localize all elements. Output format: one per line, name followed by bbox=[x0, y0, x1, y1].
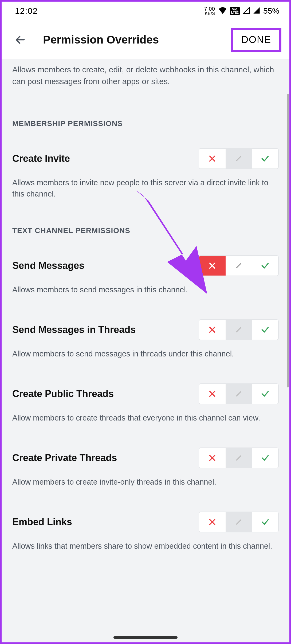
gesture-bar[interactable] bbox=[113, 636, 178, 639]
check-icon bbox=[261, 261, 270, 270]
x-icon bbox=[208, 154, 217, 163]
perm-create-invite: Create Invite Allows members to invite bbox=[2, 138, 289, 213]
toggle-embed-links[interactable] bbox=[199, 512, 279, 532]
x-icon bbox=[208, 390, 217, 398]
toggle-send-messages[interactable] bbox=[199, 255, 279, 276]
slash-icon bbox=[234, 154, 243, 163]
perm-send-messages-threads: Send Messages in Threads Allow members bbox=[2, 309, 289, 373]
toggle-neutral[interactable] bbox=[226, 512, 252, 532]
webhook-desc: Allows members to create, edit, or delet… bbox=[2, 59, 289, 106]
perm-desc: Allows members to send messages in this … bbox=[12, 284, 279, 295]
done-button[interactable]: DONE bbox=[231, 28, 281, 52]
toggle-deny[interactable] bbox=[199, 320, 226, 340]
signal-icon-1 bbox=[243, 6, 250, 16]
toggle-neutral[interactable] bbox=[226, 448, 252, 468]
x-icon bbox=[208, 261, 217, 270]
toggle-create-private-threads[interactable] bbox=[199, 447, 279, 468]
perm-desc: Allow members to send messages in thread… bbox=[12, 348, 279, 359]
toggle-allow[interactable] bbox=[252, 320, 278, 340]
toggle-allow[interactable] bbox=[252, 256, 278, 276]
perm-embed-links: Embed Links Allows links that members bbox=[2, 501, 289, 565]
check-icon bbox=[261, 325, 270, 334]
page-title: Permission Overrides bbox=[43, 33, 231, 46]
slash-icon bbox=[234, 390, 243, 398]
perm-create-private-threads: Create Private Threads Allow members t bbox=[2, 437, 289, 501]
arrow-left-icon bbox=[14, 34, 26, 46]
perm-title: Send Messages in Threads bbox=[12, 324, 193, 335]
status-bar: 12:02 7.00 KB/S Vo1 LTE2 55% bbox=[2, 2, 289, 20]
wifi-icon bbox=[218, 6, 227, 16]
slash-icon bbox=[234, 261, 243, 270]
back-button[interactable] bbox=[12, 32, 28, 48]
perm-desc: Allow members to create invite-only thre… bbox=[12, 476, 279, 488]
toggle-neutral[interactable] bbox=[226, 149, 252, 168]
perm-title: Create Public Threads bbox=[12, 388, 193, 399]
screen-frame: 12:02 7.00 KB/S Vo1 LTE2 55% bbox=[0, 0, 291, 644]
section-membership: MEMBERSHIP PERMISSIONS bbox=[2, 106, 289, 138]
check-icon bbox=[261, 154, 270, 163]
toggle-create-invite[interactable] bbox=[199, 148, 279, 169]
status-right: 7.00 KB/S Vo1 LTE2 55% bbox=[204, 6, 279, 16]
toggle-deny[interactable] bbox=[199, 512, 226, 532]
toggle-allow[interactable] bbox=[252, 384, 278, 404]
toggle-send-messages-threads[interactable] bbox=[199, 319, 279, 340]
battery-percent: 55% bbox=[263, 6, 279, 15]
check-icon bbox=[261, 517, 270, 527]
toggle-deny[interactable] bbox=[199, 149, 226, 168]
toggle-neutral[interactable] bbox=[226, 256, 252, 276]
perm-desc: Allows links that members share to show … bbox=[12, 540, 279, 552]
toggle-allow[interactable] bbox=[252, 512, 278, 532]
toggle-neutral[interactable] bbox=[226, 384, 252, 404]
slash-icon bbox=[234, 325, 243, 334]
check-icon bbox=[261, 453, 270, 462]
perm-title: Create Private Threads bbox=[12, 452, 193, 464]
perm-send-messages: Send Messages Allows members to send m bbox=[2, 245, 289, 309]
toggle-deny[interactable] bbox=[199, 448, 226, 468]
toggle-deny[interactable] bbox=[199, 384, 226, 404]
slash-icon bbox=[234, 518, 243, 526]
lte-badge: Vo1 LTE2 bbox=[230, 7, 240, 15]
perm-title: Embed Links bbox=[12, 516, 193, 528]
section-text-channel: TEXT CHANNEL PERMISSIONS bbox=[2, 213, 289, 245]
app-header: Permission Overrides DONE bbox=[2, 20, 289, 59]
perm-create-public-threads: Create Public Threads Allow members to bbox=[2, 373, 289, 437]
toggle-create-public-threads[interactable] bbox=[199, 383, 279, 404]
toggle-neutral[interactable] bbox=[226, 320, 252, 340]
x-icon bbox=[208, 518, 217, 526]
toggle-deny[interactable] bbox=[199, 256, 226, 276]
network-speed: 7.00 KB/S bbox=[204, 6, 215, 16]
signal-icon-2 bbox=[253, 6, 260, 16]
scroll-indicator[interactable] bbox=[287, 94, 289, 387]
perm-title: Send Messages bbox=[12, 260, 193, 271]
x-icon bbox=[208, 325, 217, 334]
perm-title: Create Invite bbox=[12, 153, 193, 164]
toggle-allow[interactable] bbox=[252, 448, 278, 468]
slash-icon bbox=[234, 454, 243, 462]
content-area[interactable]: Allows members to create, edit, or delet… bbox=[2, 59, 289, 642]
x-icon bbox=[208, 454, 217, 462]
check-icon bbox=[261, 389, 270, 398]
perm-desc: Allow members to create threads that eve… bbox=[12, 412, 279, 423]
status-time: 12:02 bbox=[15, 6, 38, 16]
perm-desc: Allows members to invite new people to t… bbox=[12, 177, 279, 199]
toggle-allow[interactable] bbox=[252, 149, 278, 168]
done-label: DONE bbox=[241, 34, 271, 45]
